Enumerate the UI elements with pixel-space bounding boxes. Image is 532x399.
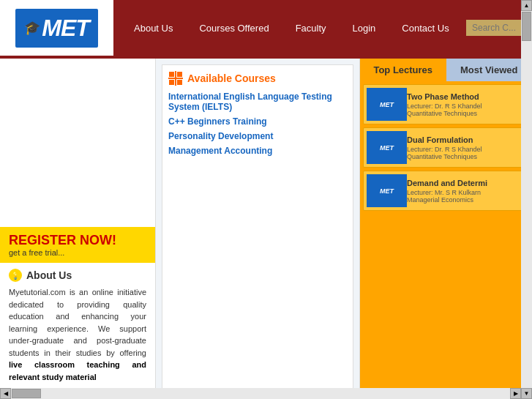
left-panel: REGISTER NOW! get a free trial... 💡 Abou… — [0, 59, 155, 399]
horizontal-scrollbar: ◀ ▶ — [0, 388, 521, 399]
middle-panel: Available Courses International English … — [155, 59, 360, 399]
lecture-info-2: Dual Formulation Lecturer: Dr. R S Khand… — [407, 135, 525, 160]
about-text-1: Myetutorial.com is an online initiative … — [9, 288, 146, 357]
search-input[interactable] — [466, 20, 525, 36]
about-title: About Us — [26, 269, 72, 281]
course-link-personality[interactable]: Personality Development — [168, 131, 347, 141]
courses-area: Available Courses International English … — [162, 64, 353, 393]
lecture-info-1: Two Phase Method Lecturer: Dr. R S Khand… — [407, 92, 525, 117]
about-text-bold: live classroom teaching and relevant stu… — [9, 360, 146, 381]
lecture-title-2: Dual Formulation — [407, 135, 525, 144]
courses-header: Available Courses — [168, 71, 347, 86]
course-link-cpp[interactable]: C++ Beginners Training — [168, 116, 347, 127]
thumb-logo-text-3: MET — [380, 187, 394, 195]
nav-contact[interactable]: Contact Us — [389, 23, 462, 34]
lecture-title-1: Two Phase Method — [407, 92, 525, 101]
lecture-card-1[interactable]: MET Two Phase Method Lecturer: Dr. R S K… — [363, 84, 529, 124]
lecture-meta-1: Lecturer: Dr. R S Khandel — [407, 102, 525, 110]
lecture-subject-3: Managerial Economics — [407, 196, 525, 204]
course-link-accounting[interactable]: Management Accounting — [168, 146, 347, 156]
right-panel: Top Lectures Most Viewed MET Two Phase M… — [360, 59, 532, 399]
lecture-meta-3: Lecturer: Mr. S R Kulkarn — [407, 189, 525, 196]
about-section: 💡 About Us Myetutorial.com is an online … — [0, 263, 155, 389]
about-header: 💡 About Us — [9, 269, 146, 282]
nav: About Us Courses Offered Faculty Login C… — [113, 0, 532, 56]
lecture-thumb-2: MET — [367, 131, 407, 164]
scroll-track — [521, 11, 532, 388]
lecture-thumb-1: MET — [367, 88, 407, 121]
logo-box: 🎓 MET — [15, 9, 98, 48]
nav-courses[interactable]: Courses Offered — [186, 23, 282, 34]
register-title: REGISTER NOW! — [9, 233, 146, 248]
scroll-track-h — [11, 388, 510, 399]
header: 🎓 MET About Us Courses Offered Faculty L… — [0, 0, 532, 59]
scroll-right-button[interactable]: ▶ — [510, 388, 521, 399]
scroll-up-button[interactable]: ▲ — [521, 0, 532, 11]
nav-login[interactable]: Login — [340, 23, 389, 34]
thumb-logo-text-2: MET — [380, 144, 394, 152]
thumb-logo-text-1: MET — [380, 101, 394, 108]
lecture-meta-2: Lecturer: Dr. R S Khandel — [407, 146, 525, 153]
scroll-thumb-h[interactable] — [12, 389, 41, 398]
courses-icon — [168, 71, 183, 86]
vertical-scrollbar: ▲ ▼ — [521, 0, 532, 399]
course-link-ielts[interactable]: International English Language Testing S… — [168, 92, 347, 112]
lecture-card-2[interactable]: MET Dual Formulation Lecturer: Dr. R S K… — [363, 127, 529, 168]
icon-cell-2 — [176, 71, 183, 78]
lecture-subject-1: Quantitative Techniques — [407, 110, 525, 117]
top-white-space — [0, 59, 155, 227]
nav-faculty[interactable]: Faculty — [282, 23, 340, 34]
about-body: Myetutorial.com is an online initiative … — [9, 286, 146, 383]
lecture-thumb-3: MET — [367, 174, 407, 207]
tab-top-lectures[interactable]: Top Lectures — [360, 59, 446, 81]
register-banner[interactable]: REGISTER NOW! get a free trial... — [0, 227, 155, 263]
scroll-down-button[interactable]: ▼ — [521, 388, 532, 399]
logo-text: MET — [42, 15, 89, 42]
lecture-subject-2: Quantitative Techniques — [407, 153, 525, 160]
scroll-left-button[interactable]: ◀ — [0, 388, 11, 399]
tab-most-viewed[interactable]: Most Viewed — [446, 59, 533, 81]
icon-cell-1 — [168, 71, 175, 78]
main-area: REGISTER NOW! get a free trial... 💡 Abou… — [0, 59, 532, 399]
logo-area: 🎓 MET — [0, 1, 113, 55]
tabs-row: Top Lectures Most Viewed — [360, 59, 532, 81]
lecture-title-3: Demand and Determi — [407, 179, 525, 187]
lecture-card-3[interactable]: MET Demand and Determi Lecturer: Mr. S R… — [363, 171, 529, 211]
scroll-thumb[interactable] — [522, 12, 531, 41]
bulb-icon: 💡 — [9, 269, 22, 282]
courses-title: Available Courses — [187, 72, 276, 84]
lecture-info-3: Demand and Determi Lecturer: Mr. S R Kul… — [407, 179, 525, 204]
logo-cap-icon: 🎓 — [24, 20, 40, 36]
icon-cell-3 — [168, 79, 175, 86]
icon-cell-4 — [176, 79, 183, 86]
nav-about[interactable]: About Us — [121, 23, 186, 34]
register-subtitle: get a free trial... — [9, 248, 146, 257]
